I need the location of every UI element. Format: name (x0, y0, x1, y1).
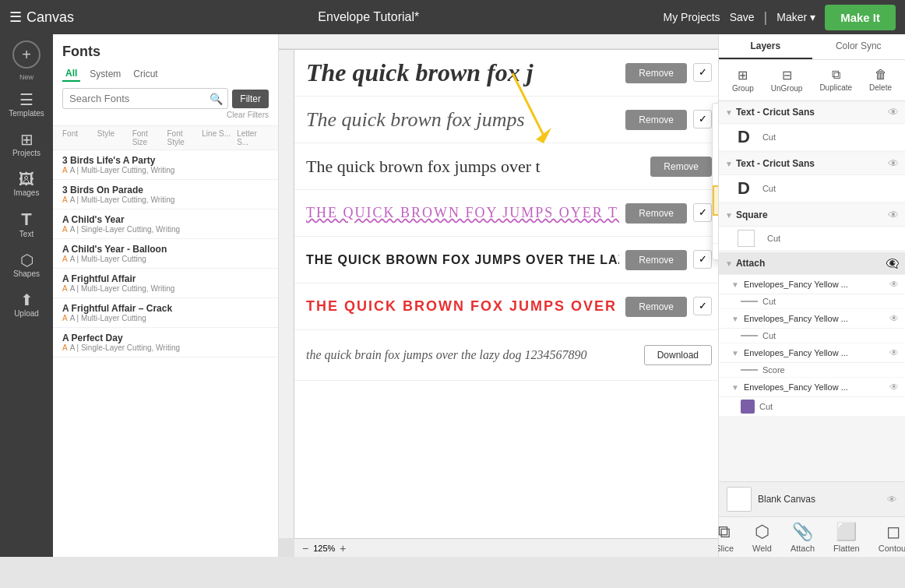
sidebar-item-projects[interactable]: ⊞ Projects (0, 125, 53, 164)
blank-canvas-label: Blank Canvas (758, 494, 815, 505)
check-button-6[interactable]: ✓ (693, 297, 712, 315)
list-item[interactable]: A Child's Year AA | Single-Layer Cutting… (53, 209, 278, 239)
group-label: Group (732, 84, 754, 93)
save-button[interactable]: Save (730, 11, 755, 23)
remove-button-5[interactable]: Remove (625, 250, 687, 270)
download-button-7[interactable]: Download (644, 345, 712, 365)
list-item[interactable]: A Child's Year - Balloon AA | Multi-Laye… (53, 239, 278, 269)
delete-tool[interactable]: 🗑 Delete (866, 65, 895, 96)
filter-tab-system[interactable]: System (86, 67, 124, 81)
duplicate-tool[interactable]: ⧉ Duplicate (816, 65, 855, 96)
filter-tab-all[interactable]: All (62, 66, 80, 82)
contour-tool[interactable]: ◻ Contour (879, 522, 905, 553)
eye-icon-3[interactable]: 👁 (888, 209, 899, 221)
layer-sub-text2: D Cut (719, 175, 905, 202)
remove-button-6[interactable]: Remove (625, 297, 687, 317)
dash-2 (741, 335, 758, 336)
font-name: A Child's Year (62, 214, 269, 225)
sidebar-item-upload[interactable]: ⬆ Upload (0, 286, 53, 324)
check-button-5[interactable]: ✓ (693, 250, 712, 269)
attach-eye-1[interactable]: 👁 (889, 279, 899, 290)
list-item[interactable]: A Perfect Day AA | Single-Layer Cutting,… (53, 328, 278, 357)
weld-tool[interactable]: ⬡ Weld (752, 522, 772, 553)
clear-filters-label[interactable]: Clear Filters (62, 111, 269, 119)
menu-button[interactable]: ☰ Canvas (9, 10, 74, 24)
dropdown-item-writing[interactable]: Writing (713, 185, 718, 216)
remove-button-3[interactable]: Remove (650, 157, 712, 177)
zoom-in-button[interactable]: + (340, 542, 346, 555)
remove-button-2[interactable]: Remove (625, 110, 687, 130)
attach-tool[interactable]: 📎 Attach (791, 522, 815, 553)
col-letters: Letter S... (237, 129, 269, 146)
attach-sub-3: ▼ Envelopes_Fancy Yellow ... 👁 (719, 343, 905, 363)
attach-eye-3[interactable]: 👁 (889, 347, 899, 358)
left-sidebar: + New ☰ Templates ⊞ Projects 🖼 Images T … (0, 34, 53, 557)
attach-eye-2[interactable]: 👁 (889, 313, 899, 324)
eye-icon-1[interactable]: 👁 (888, 106, 899, 118)
expand-icon-attach-2: ▼ (731, 315, 739, 323)
canvas-inner[interactable]: Dream Into Reality 123 Yellow Street Sun… (294, 50, 718, 538)
layer-title-text2: Text - Cricut Sans (736, 158, 888, 169)
layer-header-attach[interactable]: ▼ Attach 👁‍🗨 (719, 252, 905, 275)
fonts-col-headers: Font Style Font Size Font Style Line S..… (53, 126, 278, 150)
filter-button[interactable]: Filter (232, 90, 269, 108)
remove-button-4[interactable]: Remove (625, 203, 687, 224)
preview-text-5: THE QUICK BROWN FOX JUMPS OVER THE LAZY (306, 250, 619, 270)
preview-actions-4: Remove ✓ (619, 203, 718, 224)
dropdown-item-singlelayer[interactable]: Single Layer (713, 158, 718, 185)
images-label: Images (14, 188, 40, 197)
dropdown-item-multilayer[interactable]: Multi-Layer (713, 131, 718, 158)
sidebar-item-text[interactable]: T Text (0, 205, 53, 245)
eye-icon-2[interactable]: 👁 (888, 157, 899, 170)
layer-title-attach: Attach (736, 258, 886, 269)
maker-selector[interactable]: Maker ▾ (776, 11, 815, 23)
sidebar-item-images[interactable]: 🖼 Images (0, 165, 53, 203)
search-input[interactable] (62, 88, 228, 109)
check-button-2[interactable]: ✓ (693, 110, 712, 129)
sidebar-item-shapes[interactable]: ⬡ Shapes (0, 246, 53, 284)
list-item[interactable]: 3 Birds Life's A Party AA | Multi-Layer … (53, 150, 278, 180)
right-panel-toolbar: ⊞ Group ⊟ UnGroup ⧉ Duplicate 🗑 Delete (719, 60, 905, 101)
tab-layers[interactable]: Layers (719, 34, 812, 59)
flatten-tool[interactable]: ⬜ Flatten (833, 522, 860, 553)
preview-actions-1: Remove ✓ (619, 63, 718, 83)
topbar-right: My Projects Save | Maker ▾ Make It (664, 5, 896, 30)
dropdown-item-myfonts[interactable]: My Fonts (713, 104, 718, 131)
layer-sub-label-square: Cut (767, 234, 893, 243)
remove-button-1[interactable]: Remove (625, 63, 687, 83)
list-item[interactable]: 3 Birds On Parade AA | Multi-Layer Cutti… (53, 180, 278, 209)
projects-label: Projects (12, 149, 40, 157)
attach-item-name-1: Envelopes_Fancy Yellow ... (744, 280, 885, 289)
font-preview-row-5: THE QUICK BROWN FOX JUMPS OVER THE LAZY … (294, 237, 718, 283)
layer-header-square[interactable]: ▼ Square 👁 (719, 204, 905, 227)
preview-actions-6: Remove ✓ (619, 297, 718, 317)
group-tool[interactable]: ⊞ Group (729, 65, 757, 96)
project-title: Envelope Tutorial* (318, 10, 419, 24)
new-button[interactable]: + (12, 40, 40, 69)
col-style: Style (97, 129, 129, 146)
sidebar-item-templates[interactable]: ☰ Templates (0, 86, 53, 124)
check-button-4[interactable]: ✓ (693, 203, 712, 222)
eye-icon-attach[interactable]: 👁‍🗨 (886, 257, 899, 269)
contour-label: Contour (879, 544, 905, 553)
expand-icon-attach-1: ▼ (731, 280, 739, 289)
attach-eye-4[interactable]: 👁 (889, 382, 899, 393)
dropdown-item-savedoffline[interactable]: Saved for Offline (713, 216, 718, 243)
dropdown-clear[interactable]: Clear Filters (713, 243, 718, 259)
font-meta: AA | Multi-Layer Cutting (62, 255, 269, 263)
filter-tab-cricut[interactable]: Cricut (130, 67, 160, 81)
layer-header-text1[interactable]: ▼ Text - Cricut Sans 👁 (719, 101, 905, 124)
my-projects-button[interactable]: My Projects (664, 11, 720, 23)
zoom-out-button[interactable]: − (302, 542, 308, 555)
list-item[interactable]: A Frightful Affair AA | Multi-Layer Cutt… (53, 269, 278, 298)
check-button-1[interactable]: ✓ (693, 63, 712, 82)
layer-header-text2[interactable]: ▼ Text - Cricut Sans 👁 (719, 153, 905, 175)
ungroup-tool[interactable]: ⊟ UnGroup (768, 65, 806, 96)
make-it-button[interactable]: Make It (825, 5, 896, 30)
attach-sub-2: ▼ Envelopes_Fancy Yellow ... 👁 (719, 309, 905, 329)
delete-label: Delete (869, 83, 892, 92)
list-item[interactable]: A Frightful Affair – Crack AA | Multi-La… (53, 298, 278, 328)
blank-canvas-eye[interactable]: 👁 (887, 494, 897, 505)
font-preview-row-4: THE QUICK BROWN FOY JUMPS OYER THE Remov… (294, 190, 718, 237)
tab-color-sync[interactable]: Color Sync (812, 34, 906, 59)
